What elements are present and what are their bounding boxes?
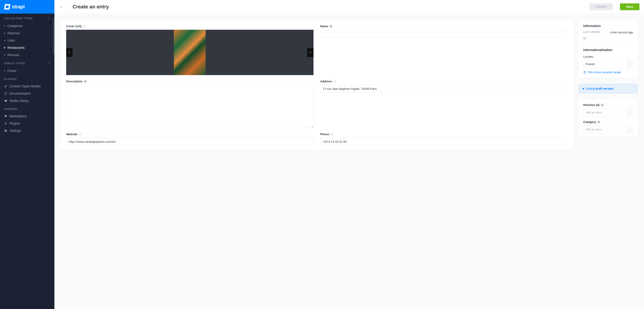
not-localized-icon [83, 25, 86, 28]
page-title: Create an entry [72, 4, 585, 10]
last-update-label: LAST UPDATE [583, 31, 600, 34]
chevron-down-icon [626, 60, 633, 68]
editing-label: Editing [586, 87, 595, 90]
chevron-down-icon [626, 109, 633, 116]
svg-rect-5 [4, 123, 7, 123]
by-label: BY [583, 37, 587, 40]
single-types-list: Footer [0, 67, 54, 74]
address-label: Address [320, 80, 568, 83]
sidebar: strapi COLLECTION TYPES Categories Histo… [0, 0, 54, 309]
draft-dot-icon [582, 88, 584, 89]
sidebar-header: strapi [0, 0, 54, 14]
locale-select[interactable]: French [583, 60, 633, 68]
website-input[interactable] [66, 138, 314, 145]
pencil-icon [4, 85, 7, 88]
carousel-next-button[interactable] [307, 48, 314, 57]
address-input[interactable] [320, 85, 568, 93]
collection-types-header: COLLECTION TYPES [0, 14, 54, 22]
brand-name: strapi [12, 4, 25, 10]
draft-version-label: draft version [596, 87, 614, 90]
reviews-select[interactable]: Add an item... [583, 108, 633, 116]
plugins-label: PLUGINS [4, 78, 17, 80]
info-title: Information [583, 24, 633, 28]
search-icon[interactable] [47, 62, 50, 65]
single-types-label: SINGLE TYPES [4, 62, 25, 65]
reviews-label: Reviews (0) [583, 103, 633, 107]
book-icon [4, 92, 7, 95]
name-input[interactable] [320, 30, 568, 38]
last-update-value: a few seconds ago [610, 31, 633, 34]
sidebar-item-plugins[interactable]: Plugins [0, 120, 54, 127]
sidebar-item-histories[interactable]: Histories [0, 30, 54, 37]
svg-marker-7 [630, 64, 630, 64]
search-icon[interactable] [47, 17, 50, 20]
not-localized-icon [330, 133, 333, 136]
form-card: Cover (1/4) [61, 20, 573, 150]
svg-rect-8 [584, 72, 586, 73]
plugins-header: PLUGINS [0, 74, 54, 83]
copy-icon [583, 71, 586, 74]
general-label: GENERAL [4, 108, 18, 110]
sidebar-item-content-types-builder[interactable]: Content-Types Builder [0, 83, 54, 90]
collection-types-list: Categories Histories Likes Restaurants R… [0, 22, 54, 59]
sidebar-item-likes[interactable]: Likes [0, 37, 54, 44]
sidebar-item-restaurants[interactable]: Restaurants [0, 44, 54, 51]
fill-from-locale-link[interactable]: Fill in from another locale [583, 71, 633, 74]
sidebar-item-documentation[interactable]: Documentation [0, 90, 54, 97]
save-button[interactable]: Save [620, 4, 640, 10]
sidebar-item-marketplace[interactable]: Marketplace [0, 113, 54, 120]
draft-banner: Editing draft version [579, 84, 638, 93]
cloud-icon [4, 99, 7, 102]
strapi-logo-icon [4, 4, 10, 10]
general-header: GENERAL [0, 104, 54, 113]
svg-rect-6 [4, 124, 7, 124]
not-localized-icon [79, 133, 82, 136]
category-label: Category [583, 120, 633, 124]
single-types-header: SINGLE TYPES [0, 59, 54, 67]
svg-rect-4 [4, 123, 7, 123]
sidebar-item-categories[interactable]: Categories [0, 22, 54, 30]
website-label: Website [66, 133, 314, 136]
phone-label: Phone [320, 133, 568, 136]
general-list: Marketplace Plugins Settings [0, 113, 54, 134]
description-label: Description [66, 80, 314, 83]
sidebar-item-reviews[interactable]: Reviews [0, 51, 54, 59]
globe-icon [84, 80, 86, 83]
not-localized-icon [334, 80, 336, 83]
svg-point-2 [48, 62, 49, 64]
globe-icon [597, 121, 600, 123]
publish-button[interactable]: Publish [589, 4, 613, 10]
category-select[interactable]: Add an item... [583, 125, 633, 133]
gear-icon [4, 129, 7, 132]
basket-icon [4, 115, 7, 118]
plugins-list: Content-Types Builder Documentation Medi… [0, 83, 54, 104]
sidebar-item-settings[interactable]: Settings [0, 127, 54, 134]
globe-icon [330, 25, 332, 28]
info-panel: Information LAST UPDATE a few seconds ag… [579, 20, 638, 78]
cover-carousel[interactable] [66, 30, 314, 75]
name-label: Name [320, 25, 568, 28]
list-icon [4, 122, 7, 125]
svg-point-0 [48, 17, 49, 19]
locales-label: Locales [583, 55, 633, 58]
cover-image [174, 30, 206, 75]
relations-panel: Reviews (0) Add an item... [579, 99, 638, 137]
sidebar-item-footer[interactable]: Footer [0, 67, 54, 74]
carousel-prev-button[interactable] [66, 48, 72, 57]
chevron-down-icon [626, 126, 633, 133]
phone-input[interactable] [320, 138, 568, 145]
globe-icon [601, 104, 604, 106]
topbar: Create an entry Publish Save [54, 0, 644, 14]
svg-line-1 [49, 19, 50, 20]
sidebar-item-media-library[interactable]: Media Library [0, 97, 54, 104]
svg-marker-10 [630, 129, 630, 130]
back-button[interactable] [54, 0, 68, 13]
cover-label: Cover (1/4) [66, 25, 314, 28]
sidebar-scrollbar[interactable] [53, 18, 54, 55]
i18n-title: Internationalization [583, 48, 633, 52]
collection-types-label: COLLECTION TYPES [4, 17, 33, 20]
description-input[interactable] [66, 85, 314, 128]
svg-marker-9 [630, 112, 630, 113]
svg-line-3 [49, 64, 50, 65]
